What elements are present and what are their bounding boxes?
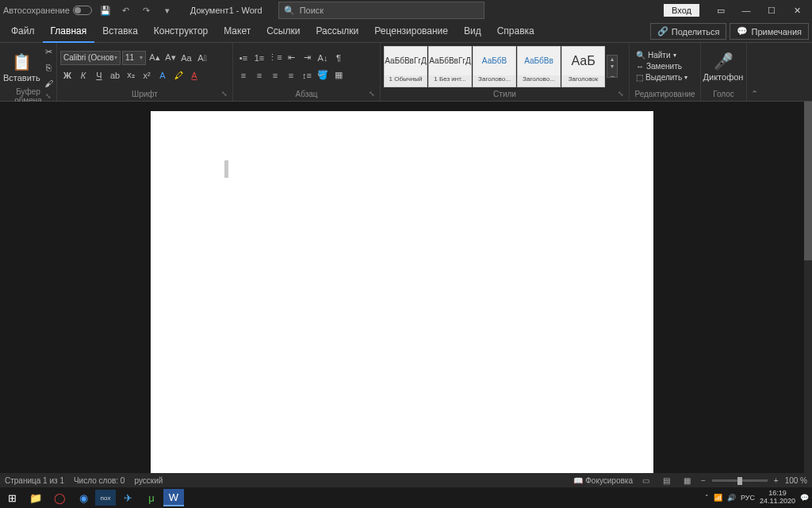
login-button[interactable]: Вход — [664, 4, 699, 17]
tab-главная[interactable]: Главная — [43, 21, 95, 43]
page-status[interactable]: Страница 1 из 1 — [5, 476, 64, 485]
select-button[interactable]: ⬚Выделить▾ — [634, 72, 689, 83]
tab-конструктор[interactable]: Конструктор — [146, 21, 216, 43]
bullets-icon[interactable]: •≡ — [236, 51, 251, 65]
tab-вид[interactable]: Вид — [456, 21, 489, 43]
explorer-icon[interactable]: 📁 — [24, 488, 48, 507]
share-button[interactable]: 🔗Поделиться — [650, 23, 727, 40]
line-spacing-icon[interactable]: ↕≡ — [300, 68, 314, 83]
shading-icon[interactable]: 🪣 — [316, 68, 330, 83]
vertical-scrollbar[interactable] — [804, 102, 812, 473]
style-item[interactable]: АаБбВЗаголово... — [473, 46, 516, 87]
utorrent-icon[interactable]: μ — [140, 488, 163, 507]
strike-icon[interactable]: ab — [108, 68, 122, 83]
replace-button[interactable]: ↔Заменить — [634, 61, 689, 71]
zoom-slider[interactable] — [712, 479, 768, 482]
style-item[interactable]: АаБбВвГгД1 Обычный — [384, 46, 427, 87]
undo-icon[interactable]: ↶ — [119, 3, 133, 17]
copy-icon[interactable]: ⎘ — [42, 60, 56, 75]
tab-файл[interactable]: Файл — [3, 21, 43, 43]
read-mode-icon[interactable]: ▭ — [639, 475, 653, 486]
styles-more-button[interactable]: ▴▾⎯ — [607, 55, 618, 78]
notifications-icon[interactable]: 💬 — [800, 494, 809, 502]
font-color-icon[interactable]: A — [187, 68, 201, 83]
word-taskbar-icon[interactable]: W — [163, 489, 184, 506]
show-marks-icon[interactable]: ¶ — [331, 51, 346, 65]
qat-more-icon[interactable]: ▾ — [160, 3, 174, 17]
language-status[interactable]: русский — [134, 476, 163, 485]
scroll-thumb[interactable] — [804, 102, 812, 260]
align-center-icon[interactable]: ≡ — [252, 68, 266, 83]
tab-рассылки[interactable]: Рассылки — [308, 21, 366, 43]
paste-button[interactable]: 📋 Вставить — [3, 45, 40, 90]
dictate-button[interactable]: 🎤 Диктофон — [704, 44, 742, 89]
styles-dialog-icon[interactable]: ⤡ — [618, 90, 624, 98]
font-size-select[interactable]: 11 — [122, 51, 146, 65]
underline-icon[interactable]: Ч — [92, 68, 106, 83]
superscript-icon[interactable]: x² — [140, 68, 154, 83]
font-name-select[interactable]: Calibri (Основ — [60, 51, 121, 65]
zoom-value[interactable]: 100 % — [785, 476, 807, 485]
align-right-icon[interactable]: ≡ — [268, 68, 282, 83]
nox-icon[interactable]: nox — [95, 490, 116, 506]
tab-ссылки[interactable]: Ссылки — [259, 21, 308, 43]
shrink-font-icon[interactable]: A▾ — [163, 51, 178, 65]
decrease-indent-icon[interactable]: ⇤ — [284, 51, 298, 65]
bold-icon[interactable]: Ж — [60, 68, 75, 83]
wifi-icon[interactable]: 📶 — [714, 494, 722, 502]
change-case-icon[interactable]: Aa — [179, 51, 193, 65]
font-dialog-icon[interactable]: ⤡ — [221, 90, 228, 98]
document-area[interactable] — [0, 102, 804, 473]
subscript-icon[interactable]: x₂ — [124, 68, 138, 83]
borders-icon[interactable]: ▦ — [331, 68, 346, 83]
page[interactable] — [151, 111, 653, 473]
highlight-icon[interactable]: 🖍 — [171, 68, 186, 83]
cut-icon[interactable]: ✂ — [42, 44, 56, 59]
tab-рецензирование[interactable]: Рецензирование — [366, 21, 456, 43]
style-item[interactable]: АаБЗаголовок — [561, 46, 605, 87]
language-indicator[interactable]: РУС — [741, 494, 755, 502]
clipboard-dialog-icon[interactable]: ⤡ — [45, 92, 52, 100]
increase-indent-icon[interactable]: ⇥ — [300, 51, 314, 65]
opera-icon[interactable]: ◯ — [48, 488, 71, 507]
web-layout-icon[interactable]: ▦ — [680, 475, 695, 486]
print-layout-icon[interactable]: ▤ — [660, 475, 674, 486]
style-item[interactable]: АаБбВвГгД1 Без инт... — [428, 46, 472, 87]
zoom-in-icon[interactable]: + — [774, 476, 779, 485]
tab-макет[interactable]: Макет — [216, 21, 259, 43]
italic-icon[interactable]: К — [76, 68, 90, 83]
save-icon[interactable]: 💾 — [98, 3, 113, 17]
numbering-icon[interactable]: 1≡ — [252, 51, 266, 65]
clear-format-icon[interactable]: A⃠ — [195, 51, 209, 65]
multilevel-icon[interactable]: ⋮≡ — [268, 51, 282, 65]
minimize-icon[interactable]: ― — [734, 2, 758, 19]
clock[interactable]: 16:19 24.11.2020 — [760, 490, 795, 506]
word-count[interactable]: Число слов: 0 — [74, 476, 124, 485]
paragraph-dialog-icon[interactable]: ⤡ — [369, 90, 375, 98]
grow-font-icon[interactable]: A▴ — [147, 51, 162, 65]
zoom-out-icon[interactable]: − — [701, 476, 706, 485]
telegram-icon[interactable]: ✈ — [116, 488, 140, 507]
styles-gallery[interactable]: АаБбВвГгД1 ОбычныйАаБбВвГгД1 Без инт...А… — [384, 46, 605, 87]
tray-chevron-icon[interactable]: ˄ — [705, 494, 709, 502]
align-left-icon[interactable]: ≡ — [236, 68, 251, 83]
tab-вставка[interactable]: Вставка — [94, 21, 146, 43]
focus-mode-button[interactable]: 📖 Фокусировка — [573, 476, 633, 485]
volume-icon[interactable]: 🔊 — [727, 494, 736, 502]
start-button[interactable]: ⊞ — [0, 488, 24, 507]
search-input[interactable]: 🔍 Поиск — [278, 2, 485, 19]
justify-icon[interactable]: ≡ — [284, 68, 298, 83]
edge-icon[interactable]: ◉ — [71, 488, 95, 507]
comments-button[interactable]: 💬Примечания — [730, 23, 809, 40]
text-effects-icon[interactable]: A — [155, 68, 170, 83]
maximize-icon[interactable]: ☐ — [760, 2, 783, 19]
find-button[interactable]: 🔍Найти▾ — [634, 50, 689, 60]
tab-справка[interactable]: Справка — [489, 21, 542, 43]
collapse-ribbon-icon[interactable]: ⌃ — [747, 43, 761, 101]
sort-icon[interactable]: A↓ — [316, 51, 330, 65]
close-icon[interactable]: ✕ — [785, 2, 809, 19]
redo-icon[interactable]: ↷ — [140, 3, 154, 17]
ribbon-options-icon[interactable]: ▭ — [709, 2, 733, 19]
style-item[interactable]: АаБбВвЗаголово... — [517, 46, 561, 87]
autosave-toggle[interactable]: Автосохранение — [3, 6, 92, 15]
